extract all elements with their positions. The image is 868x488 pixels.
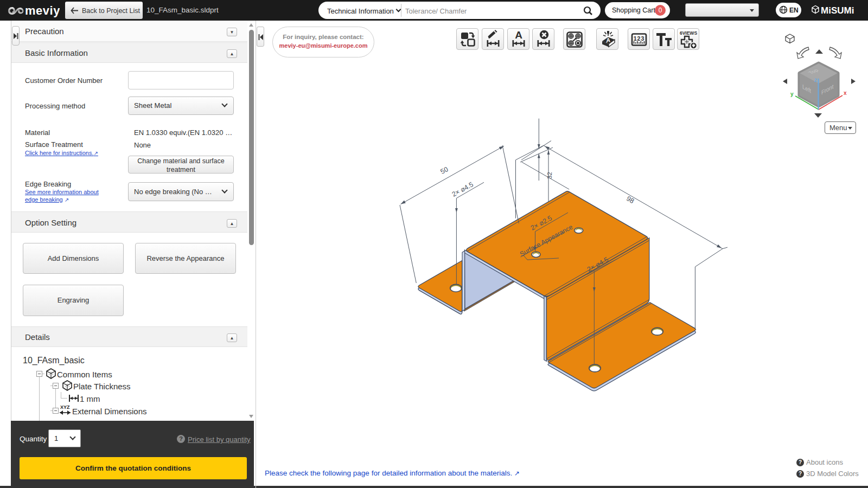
svg-text:98: 98: [625, 195, 635, 205]
svg-text:32: 32: [546, 172, 553, 179]
svg-text:50: 50: [439, 165, 450, 176]
svg-text:2× ⌀4.5: 2× ⌀4.5: [451, 181, 475, 198]
